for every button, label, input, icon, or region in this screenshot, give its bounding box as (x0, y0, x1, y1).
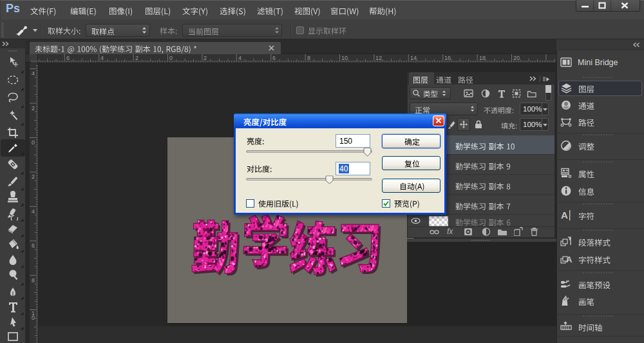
svg-text:A: A (566, 255, 573, 264)
svg-text:A: A (561, 210, 568, 220)
